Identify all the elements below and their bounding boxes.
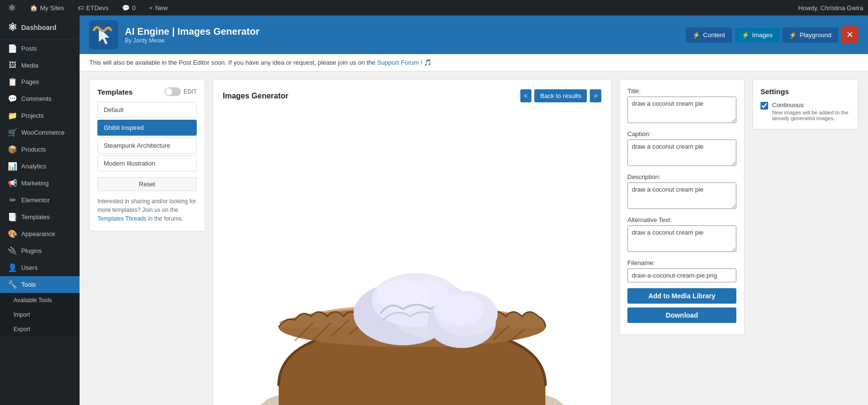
template-item-default[interactable]: Default: [97, 102, 197, 118]
playground-nav-button[interactable]: ⚡ Playground: [782, 28, 838, 42]
plugins-icon: 🔌: [8, 246, 17, 255]
sidebar-item-appearance[interactable]: 🎨 Appearance: [0, 225, 80, 242]
footer-suffix: in the forums.: [148, 215, 183, 222]
template-item-steampunk[interactable]: Steampunk Architecture: [97, 138, 197, 154]
title-label: Title:: [627, 87, 736, 95]
new-label: New: [155, 4, 168, 12]
reset-label: Reset: [139, 181, 155, 188]
notice-bar: This will also be available in the Post …: [80, 54, 868, 71]
caption-field-group: Caption:: [627, 130, 736, 168]
content-nav-button[interactable]: ⚡ Content: [686, 28, 732, 42]
products-icon: 📦: [8, 145, 17, 154]
templates-label: Templates: [21, 213, 50, 221]
continuous-checkbox[interactable]: [760, 102, 768, 110]
sidebar-item-pages[interactable]: 📋 Pages: [0, 73, 80, 90]
sidebar-item-import[interactable]: Import: [0, 307, 80, 322]
add-to-library-button[interactable]: Add to Media Library: [627, 288, 736, 304]
prev-image-button[interactable]: <: [520, 89, 532, 102]
sidebar-item-products[interactable]: 📦 Products: [0, 141, 80, 158]
comments-item[interactable]: 💬 0: [119, 0, 138, 15]
close-button[interactable]: ✕: [841, 26, 858, 43]
caption-input[interactable]: [627, 140, 736, 166]
template-item-ghibli[interactable]: Ghibli Inspired: [97, 120, 197, 136]
sidebar-item-posts[interactable]: 📄 Posts: [0, 40, 80, 57]
download-button[interactable]: Download: [627, 307, 736, 323]
filename-field-group: Filename:: [627, 259, 736, 282]
plugin-title-text: AI Engine | Images Generator: [125, 26, 259, 37]
back-to-results-label: Back to results: [540, 92, 581, 99]
woo-label: WooCommerce: [21, 129, 65, 136]
sidebar-item-media[interactable]: 🖼 Media: [0, 57, 80, 73]
my-sites-item[interactable]: 🏠 My Sites: [27, 0, 67, 15]
notice-suffix: ! 🎵: [420, 59, 432, 66]
new-item[interactable]: + New: [146, 0, 171, 15]
plugin-logo: [89, 20, 118, 49]
fields-panel: Title: Caption: Description: Alternative…: [619, 79, 745, 397]
templates-footer: Interested in sharing and/or looking for…: [97, 197, 197, 223]
filename-input[interactable]: [627, 268, 736, 282]
templates-header: Templates EDIT: [97, 87, 197, 96]
title-input[interactable]: [627, 97, 736, 123]
plugins-label: Plugins: [21, 247, 42, 254]
content-nav-label: Content: [703, 31, 725, 39]
settings-card: Settings Continuous New images will be a…: [752, 79, 858, 129]
pages-icon: 📋: [8, 77, 17, 86]
next-image-button[interactable]: >: [590, 89, 601, 102]
sidebar-item-marketing[interactable]: 📢 Marketing: [0, 175, 80, 192]
woo-icon: 🛒: [8, 128, 17, 137]
plugin-title: AI Engine | Images Generator By Jordy Me…: [125, 26, 259, 44]
edit-label: EDIT: [184, 88, 197, 95]
images-nav-button[interactable]: ⚡ Images: [735, 28, 780, 42]
sidebar-item-woocommerce[interactable]: 🛒 WooCommerce: [0, 124, 80, 141]
back-to-results-button[interactable]: Back to results: [534, 89, 587, 102]
sidebar-item-projects[interactable]: 📁 Projects: [0, 107, 80, 124]
download-label: Download: [666, 311, 698, 319]
sidebar-item-plugins[interactable]: 🔌 Plugins: [0, 242, 80, 259]
reset-button[interactable]: Reset: [97, 177, 197, 191]
plugin-header: AI Engine | Images Generator By Jordy Me…: [80, 15, 868, 54]
sidebar-logo[interactable]: ⚛ Dashboard: [0, 15, 80, 40]
svg-point-30: [434, 293, 484, 325]
pie-image: [223, 120, 601, 405]
sidebar-item-elementor[interactable]: ✏ Elementor: [0, 192, 80, 209]
sidebar-item-templates[interactable]: 📑 Templates: [0, 209, 80, 225]
projects-label: Projects: [21, 112, 44, 119]
image-nav-buttons: < Back to results >: [520, 89, 601, 102]
plugin-subtitle: By Jordy Meow: [125, 37, 259, 44]
media-icon: 🖼: [8, 61, 17, 70]
edit-toggle[interactable]: EDIT: [164, 87, 197, 96]
template-ghibli-label: Ghibli Inspired: [104, 124, 144, 131]
sidebar-item-analytics[interactable]: 📊 Analytics: [0, 158, 80, 175]
dashboard-label: Dashboard: [21, 24, 56, 31]
site-name-item[interactable]: 🏷 ETDevs: [75, 0, 111, 15]
comments-icon: 💬: [8, 94, 17, 103]
images-nav-icon: ⚡: [742, 31, 749, 39]
sidebar-item-export[interactable]: Export: [0, 322, 80, 336]
description-input[interactable]: [627, 182, 736, 209]
alt-text-input[interactable]: [627, 225, 736, 252]
media-label: Media: [21, 62, 38, 69]
template-item-modern[interactable]: Modern Illustration: [97, 155, 197, 171]
alt-text-field-group: Alternative Text:: [627, 216, 736, 253]
analytics-icon: 📊: [8, 162, 17, 171]
new-icon: +: [149, 4, 153, 12]
next-icon: >: [594, 92, 597, 99]
caption-label: Caption:: [627, 130, 736, 138]
templates-threads-link[interactable]: Templates Threads: [97, 215, 147, 222]
content-nav-icon: ⚡: [692, 31, 700, 39]
tools-label: Tools: [21, 281, 36, 288]
appearance-icon: 🎨: [8, 229, 17, 238]
description-field-group: Description:: [627, 173, 736, 210]
wp-logo-item[interactable]: ⚛: [5, 0, 19, 15]
edit-toggle-switch[interactable]: [164, 87, 181, 96]
continuous-setting: Continuous New images will be added to t…: [760, 101, 850, 121]
sidebar-item-comments[interactable]: 💬 Comments: [0, 90, 80, 107]
plugin-logo-svg: [89, 20, 118, 49]
close-icon: ✕: [846, 29, 854, 40]
tools-icon: 🔧: [8, 280, 17, 289]
support-forum-link[interactable]: Support Forum: [377, 59, 419, 66]
sidebar-item-available-tools[interactable]: Available Tools: [0, 293, 80, 307]
alt-text-label: Alternative Text:: [627, 216, 736, 223]
sidebar-item-users[interactable]: 👤 Users: [0, 259, 80, 276]
sidebar-item-tools[interactable]: 🔧 Tools: [0, 276, 80, 293]
